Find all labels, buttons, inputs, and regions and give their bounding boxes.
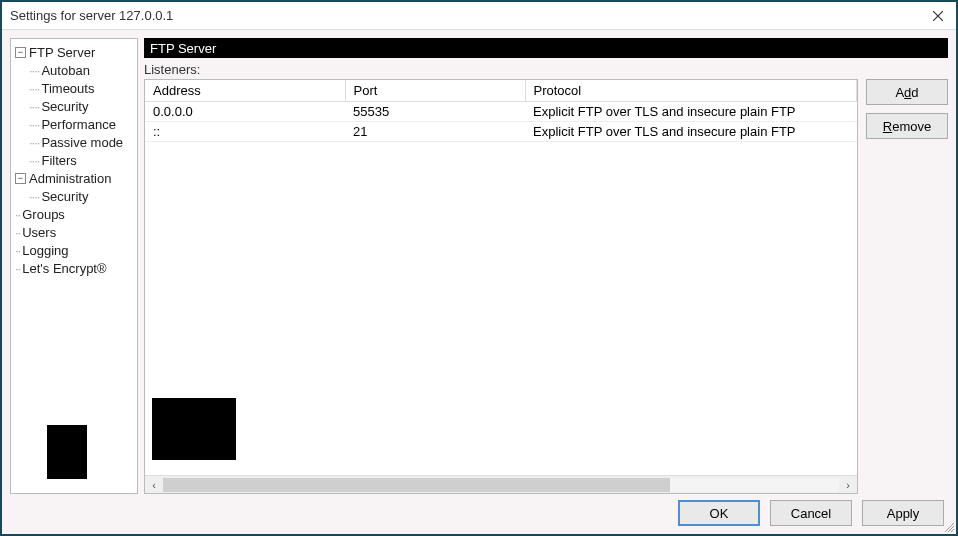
close-icon <box>933 11 943 21</box>
tree-item-groups[interactable]: Groups <box>13 205 135 223</box>
tree-item-logging[interactable]: Logging <box>13 241 135 259</box>
tree-item-users[interactable]: Users <box>13 223 135 241</box>
dialog-footer: OK Cancel Apply <box>10 500 948 526</box>
tree-item-performance[interactable]: Performance <box>27 115 135 133</box>
cell-address: :: <box>145 122 345 142</box>
col-header-address[interactable]: Address <box>145 80 345 102</box>
tree-item-passive-mode[interactable]: Passive mode <box>27 133 135 151</box>
tree-item-autoban[interactable]: Autoban <box>27 61 135 79</box>
col-header-protocol[interactable]: Protocol <box>525 80 857 102</box>
cell-address: 0.0.0.0 <box>145 102 345 122</box>
resize-grip[interactable] <box>942 520 954 532</box>
col-header-port[interactable]: Port <box>345 80 525 102</box>
tree-item-timeouts[interactable]: Timeouts <box>27 79 135 97</box>
listeners-label: Listeners: <box>144 62 948 77</box>
cell-protocol: Explicit FTP over TLS and insecure plain… <box>525 122 857 142</box>
cell-protocol: Explicit FTP over TLS and insecure plain… <box>525 102 857 122</box>
tree-item-administration[interactable]: − Administration <box>13 169 135 187</box>
tree-label: Administration <box>29 171 111 186</box>
nav-tree: − FTP Server Autoban Timeouts Security P… <box>13 43 135 277</box>
window-title: Settings for server 127.0.0.1 <box>10 8 173 23</box>
collapse-icon[interactable]: − <box>15 47 26 58</box>
table-row[interactable]: 0.0.0.0 55535 Explicit FTP over TLS and … <box>145 102 857 122</box>
collapse-icon[interactable]: − <box>15 173 26 184</box>
ok-button[interactable]: OK <box>678 500 760 526</box>
tree-label: FTP Server <box>29 45 95 60</box>
listeners-table-wrap: Address Port Protocol 0.0.0.0 55535 Expl… <box>144 79 858 494</box>
scroll-thumb[interactable] <box>163 478 670 492</box>
settings-window: Settings for server 127.0.0.1 − FTP Serv… <box>0 0 958 536</box>
section-header: FTP Server <box>144 38 948 58</box>
apply-button[interactable]: Apply <box>862 500 944 526</box>
section-title: FTP Server <box>150 41 216 56</box>
titlebar: Settings for server 127.0.0.1 <box>2 2 956 30</box>
scroll-track[interactable] <box>163 478 839 492</box>
redaction-block <box>47 425 87 479</box>
scroll-left-icon[interactable]: ‹ <box>145 479 163 491</box>
remove-button[interactable]: Remove <box>866 113 948 139</box>
content-panel: FTP Server Listeners: Address Port Proto… <box>144 38 948 494</box>
tree-item-filters[interactable]: Filters <box>27 151 135 169</box>
cell-port: 21 <box>345 122 525 142</box>
horizontal-scrollbar[interactable]: ‹ › <box>145 475 857 493</box>
add-button[interactable]: AddAdd <box>866 79 948 105</box>
tree-item-ftp-server[interactable]: − FTP Server <box>13 43 135 61</box>
scroll-right-icon[interactable]: › <box>839 479 857 491</box>
nav-tree-panel: − FTP Server Autoban Timeouts Security P… <box>10 38 138 494</box>
table-row[interactable]: :: 21 Explicit FTP over TLS and insecure… <box>145 122 857 142</box>
listeners-table: Address Port Protocol 0.0.0.0 55535 Expl… <box>145 80 857 142</box>
redaction-block <box>152 398 236 460</box>
listener-buttons: AddAdd Remove <box>866 79 948 494</box>
cell-port: 55535 <box>345 102 525 122</box>
cancel-button[interactable]: Cancel <box>770 500 852 526</box>
tree-item-security[interactable]: Security <box>27 97 135 115</box>
tree-item-lets-encrypt[interactable]: Let's Encrypt® <box>13 259 135 277</box>
tree-item-admin-security[interactable]: Security <box>27 187 135 205</box>
close-button[interactable] <box>926 6 950 26</box>
